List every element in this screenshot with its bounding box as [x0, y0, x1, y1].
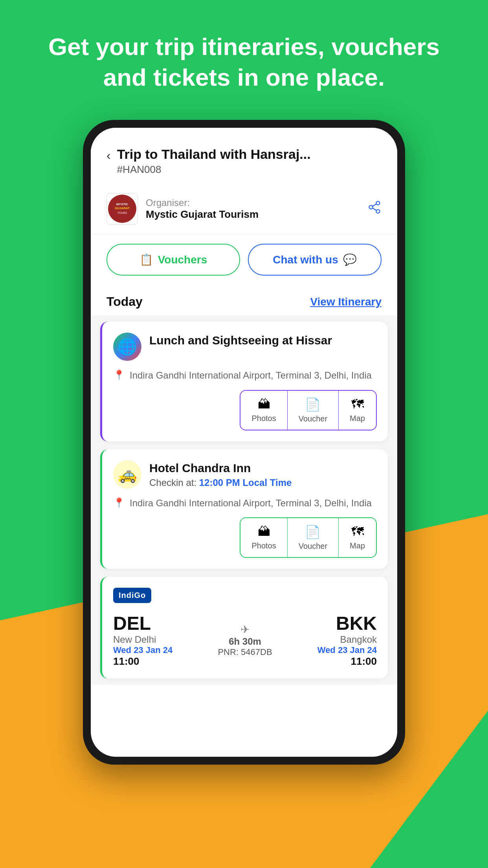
back-button[interactable]: ‹: [106, 148, 111, 163]
hotel-title: Hotel Chandra Inn: [149, 460, 292, 476]
trip-title-block: Trip to Thailand with Hansraj... #HAN008: [117, 147, 311, 176]
organiser-left: MYSTIC GUJARAT TOURS Organiser: Mystic G…: [106, 193, 259, 224]
today-row: Today View Itinerary: [91, 285, 397, 315]
organiser-label: Organiser:: [146, 197, 259, 208]
hotel-subtitle: Checkin at: 12:00 PM Local Time: [149, 477, 292, 488]
organiser-name: Mystic Gujarat Tourism: [146, 208, 259, 221]
chat-label: Chat with us: [273, 254, 338, 266]
trip-code: #HAN008: [117, 164, 311, 176]
screen-inner: ‹ Trip to Thailand with Hansraj... #HAN0…: [91, 128, 397, 757]
hotel-map-label: Map: [350, 541, 365, 550]
share-icon[interactable]: [367, 200, 382, 218]
sightseeing-icon: 🌐: [113, 333, 141, 361]
svg-point-5: [369, 205, 373, 209]
hotel-title-block: Hotel Chandra Inn Checkin at: 12:00 PM L…: [149, 460, 292, 488]
hotel-voucher-label: Voucher: [299, 542, 327, 551]
photos-label: Photos: [251, 414, 276, 423]
phone-wrapper: ‹ Trip to Thailand with Hansraj... #HAN0…: [0, 120, 488, 765]
sightseeing-title-block: Lunch and Sightseeing at Hissar: [149, 333, 332, 348]
phone-frame: ‹ Trip to Thailand with Hansraj... #HAN0…: [83, 120, 405, 765]
departure-code: DEL: [113, 612, 172, 634]
hotel-location-text: Indira Gandhi International Airport, Ter…: [130, 497, 372, 510]
hotel-location: 📍 Indira Gandhi International Airport, T…: [113, 497, 377, 510]
svg-line-7: [372, 208, 376, 210]
activity-card-sightseeing: 🌐 Lunch and Sightseeing at Hissar 📍 Indi…: [100, 322, 388, 441]
trip-header: ‹ Trip to Thailand with Hansraj... #HAN0…: [91, 128, 397, 184]
svg-point-6: [376, 210, 380, 213]
cards-container: 🌐 Lunch and Sightseeing at Hissar 📍 Indi…: [91, 315, 397, 685]
sightseeing-pills: 🏔 Photos 📄 Voucher 🗺 Map: [240, 390, 377, 430]
flight-arrow-icon: ✈: [218, 623, 272, 636]
voucher-icon: 📋: [139, 253, 153, 266]
vouchers-button[interactable]: 📋 Vouchers: [106, 244, 240, 276]
organiser-info: Organiser: Mystic Gujarat Tourism: [146, 197, 259, 221]
svg-text:MYSTIC: MYSTIC: [116, 202, 128, 206]
hotel-voucher-icon: 📄: [305, 524, 321, 539]
hotel-map-icon: 🗺: [351, 524, 364, 539]
photos-pill[interactable]: 🏔 Photos: [240, 391, 287, 430]
card-header-sightseeing: 🌐 Lunch and Sightseeing at Hissar: [113, 333, 377, 361]
hotel-photos-pill[interactable]: 🏔 Photos: [240, 518, 287, 557]
sightseeing-title: Lunch and Sightseeing at Hissar: [149, 333, 332, 348]
map-icon: 🗺: [351, 397, 364, 412]
indigo-logo: IndiGo: [113, 588, 151, 603]
today-label: Today: [106, 294, 143, 309]
phone-screen: ‹ Trip to Thailand with Hansraj... #HAN0…: [91, 128, 397, 757]
departure-city: New Delhi: [113, 634, 172, 645]
sightseeing-location-text: Indira Gandhi International Airport, Ter…: [130, 369, 372, 382]
map-label: Map: [350, 414, 365, 423]
chat-icon: 💬: [343, 253, 357, 266]
photos-icon: 🏔: [258, 397, 270, 412]
hero-text: Get your trip itineraries, vouchers and …: [0, 0, 488, 108]
arrival-code: BKK: [317, 612, 377, 634]
hotel-voucher-pill[interactable]: 📄 Voucher: [288, 518, 339, 557]
arrival-time: 11:00: [317, 655, 377, 668]
organiser-row: MYSTIC GUJARAT TOURS Organiser: Mystic G…: [91, 184, 397, 234]
flight-card: IndiGo DEL New Delhi Wed 23 Jan 24 11:00…: [100, 577, 388, 679]
departure-date: Wed 23 Jan 24: [113, 645, 172, 655]
svg-point-4: [376, 201, 380, 205]
flight-middle: ✈ 6h 30m PNR: 5467DB: [218, 623, 272, 657]
action-buttons: 📋 Vouchers Chat with us 💬: [91, 234, 397, 285]
trip-title: Trip to Thailand with Hansraj...: [117, 147, 311, 162]
voucher-doc-icon: 📄: [305, 397, 321, 412]
chat-button[interactable]: Chat with us 💬: [248, 244, 382, 276]
vouchers-label: Vouchers: [158, 254, 207, 266]
hotel-photos-label: Photos: [251, 541, 276, 550]
hotel-icon: 🚕: [113, 460, 141, 489]
flight-route: DEL New Delhi Wed 23 Jan 24 11:00 ✈ 6h 3…: [113, 612, 377, 668]
sightseeing-location: 📍 Indira Gandhi International Airport, T…: [113, 369, 377, 382]
organiser-logo: MYSTIC GUJARAT TOURS: [106, 193, 138, 224]
hotel-pills: 🏔 Photos 📄 Voucher 🗺 Map: [240, 517, 377, 558]
svg-text:GUJARAT: GUJARAT: [115, 206, 130, 210]
flight-pnr: PNR: 5467DB: [218, 647, 272, 657]
view-itinerary-link[interactable]: View Itinerary: [310, 296, 382, 308]
flight-duration: 6h 30m: [218, 636, 272, 647]
arrival-city: Bangkok: [317, 634, 377, 645]
arrival-date: Wed 23 Jan 24: [317, 645, 377, 655]
sightseeing-actions: 🏔 Photos 📄 Voucher 🗺 Map: [113, 390, 377, 430]
location-icon: 📍: [113, 370, 125, 381]
hotel-checkin-time: 12:00 PM Local Time: [199, 477, 292, 488]
svg-text:TOURS: TOURS: [117, 211, 127, 214]
hotel-map-pill[interactable]: 🗺 Map: [339, 518, 376, 557]
svg-line-8: [372, 204, 376, 206]
hotel-photos-icon: 🏔: [258, 524, 270, 539]
voucher-pill[interactable]: 📄 Voucher: [288, 391, 339, 430]
hotel-actions: 🏔 Photos 📄 Voucher 🗺 Map: [113, 517, 377, 558]
map-pill[interactable]: 🗺 Map: [339, 391, 376, 430]
departure-time: 11:00: [113, 655, 172, 668]
activity-card-hotel: 🚕 Hotel Chandra Inn Checkin at: 12:00 PM…: [100, 449, 388, 569]
arrival-block: BKK Bangkok Wed 23 Jan 24 11:00: [317, 612, 377, 668]
flight-header: IndiGo: [113, 588, 377, 603]
card-header-hotel: 🚕 Hotel Chandra Inn Checkin at: 12:00 PM…: [113, 460, 377, 489]
departure-block: DEL New Delhi Wed 23 Jan 24 11:00: [113, 612, 172, 668]
location-icon-hotel: 📍: [113, 497, 125, 508]
voucher-label: Voucher: [299, 414, 327, 423]
